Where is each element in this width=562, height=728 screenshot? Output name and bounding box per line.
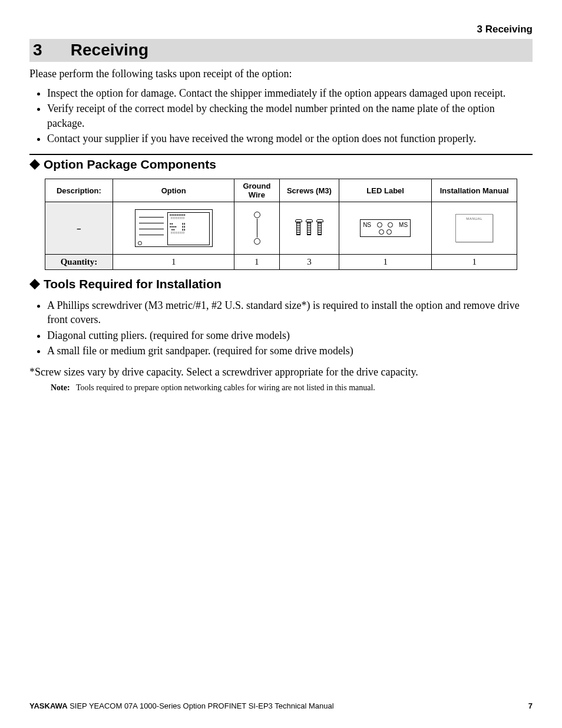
page-footer: YASKAWA SIEP YEACOM 07A 1000-Series Opti… xyxy=(29,701,533,710)
qty-screws: 3 xyxy=(279,255,339,270)
header-installation-manual: Installation Manual xyxy=(432,179,517,202)
footer-brand: YASKAWA xyxy=(29,701,68,710)
list-item: A small file or medium grit sandpaper. (… xyxy=(47,344,533,358)
led-ms-text: MS xyxy=(399,222,408,228)
list-item: Verify receipt of the correct model by c… xyxy=(47,101,533,130)
led-label-illustration-cell: NS MS xyxy=(339,202,432,255)
screws-icon xyxy=(283,219,336,237)
svg-marker-0 xyxy=(29,159,40,170)
diamond-icon xyxy=(29,159,40,173)
option-pcb-icon: ▪▪▪▪▪▪▪▪▪▯▯▯▯▯▯▯▯▪▪ ▮▮▪▪▪▪ ▮▮ ▪▪ ▮▮▯▯▯▯▯… xyxy=(135,209,213,247)
section-heading-tools: Tools Required for Installation xyxy=(29,277,533,292)
table-image-row: – ▪▪▪▪▪▪▪▪▪▯▯▯▯▯▯▯▯▪▪ ▮▮▪▪▪▪ ▮▮ ▪▪ ▮▮▯▯▯… xyxy=(45,202,517,255)
chapter-number: 3 xyxy=(33,41,66,60)
svg-marker-1 xyxy=(29,279,40,289)
header-description: Description: xyxy=(45,179,113,202)
footer-doc-title: YASKAWA SIEP YEACOM 07A 1000-Series Opti… xyxy=(29,701,334,710)
ground-wire-illustration-cell xyxy=(234,202,279,255)
chapter-heading-bar: 3 Receiving xyxy=(29,39,533,62)
note-text: Tools required to prepare option network… xyxy=(76,383,375,392)
qty-led-label: 1 xyxy=(339,255,432,270)
section-heading-text: Option Package Components xyxy=(44,157,216,171)
screws-illustration-cell xyxy=(279,202,339,255)
footer-page-number: 7 xyxy=(528,701,533,710)
footer-doc-name: SIEP YEACOM 07A 1000-Series Option PROFI… xyxy=(68,701,334,710)
description-placeholder: – xyxy=(45,202,113,255)
header-ground-wire: Ground Wire xyxy=(234,179,279,202)
table-header-row: Description: Option Ground Wire Screws (… xyxy=(45,179,517,202)
note-line: Note: Tools required to prepare option n… xyxy=(51,383,533,393)
receipt-task-list: Inspect the option for damage. Contact t… xyxy=(29,86,533,146)
chapter-title: Receiving xyxy=(71,41,148,59)
led-ns-text: NS xyxy=(363,222,371,228)
list-item: Diagonal cutting pliers. (required for s… xyxy=(47,328,533,342)
qty-manual: 1 xyxy=(432,255,517,270)
table-quantity-row: Quantity: 1 1 3 1 1 xyxy=(45,255,517,270)
section-heading-text: Tools Required for Installation xyxy=(44,277,222,291)
header-led-label: LED Label xyxy=(339,179,432,202)
header-option: Option xyxy=(113,179,234,202)
section-rule xyxy=(29,154,533,155)
page: 3 Receiving 3 Receiving Please perform t… xyxy=(0,0,562,728)
list-item: A Phillips screwdriver (M3 metric/#1, #2… xyxy=(47,298,533,327)
qty-option: 1 xyxy=(113,255,234,270)
led-label-icon: NS MS xyxy=(360,219,411,237)
intro-paragraph: Please perform the following tasks upon … xyxy=(29,68,533,80)
tools-list: A Phillips screwdriver (M3 metric/#1, #2… xyxy=(29,298,533,358)
header-screws: Screws (M3) xyxy=(279,179,339,202)
option-illustration-cell: ▪▪▪▪▪▪▪▪▪▯▯▯▯▯▯▯▯▪▪ ▮▮▪▪▪▪ ▮▮ ▪▪ ▮▮▯▯▯▯▯… xyxy=(113,202,234,255)
chapter-heading: 3 Receiving xyxy=(33,41,529,60)
ground-wire-icon xyxy=(254,212,260,245)
qty-ground-wire: 1 xyxy=(234,255,279,270)
manual-booklet-icon: MANUAL xyxy=(455,214,493,242)
section-heading-components: Option Package Components xyxy=(29,157,533,173)
manual-cover-text: MANUAL xyxy=(456,217,492,220)
components-table: Description: Option Ground Wire Screws (… xyxy=(45,179,518,270)
list-item: Inspect the option for damage. Contact t… xyxy=(47,86,533,100)
diamond-icon xyxy=(29,278,40,292)
list-item: Contact your supplier if you have receiv… xyxy=(47,131,533,146)
note-label: Note: xyxy=(51,383,70,392)
quantity-label: Quantity: xyxy=(45,255,113,270)
screw-size-footnote: *Screw sizes vary by drive capacity. Sel… xyxy=(29,366,533,378)
manual-illustration-cell: MANUAL xyxy=(432,202,517,255)
running-header: 3 Receiving xyxy=(29,24,533,35)
